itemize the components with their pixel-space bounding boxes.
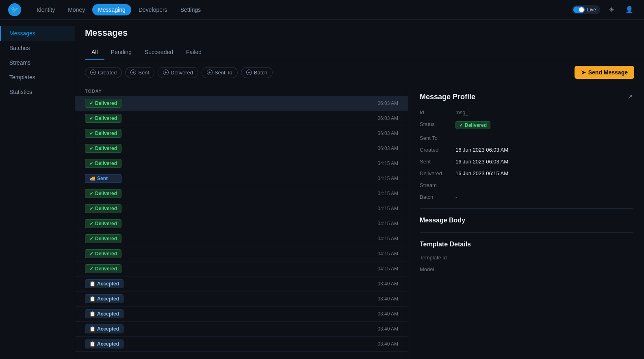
table-row[interactable]: ✓ Delivered 04:15 AM <box>75 201 408 216</box>
table-row[interactable]: ✓ Delivered 06:03 AM <box>75 111 408 126</box>
filter-sent[interactable]: + Sent <box>125 67 154 78</box>
model-label: Model <box>420 266 452 272</box>
sidebar-item-templates[interactable]: Templates <box>0 70 75 85</box>
check-icon: ✓ <box>89 206 93 211</box>
sidebar-item-batches[interactable]: Batches <box>0 41 75 55</box>
table-row[interactable]: ✓ Delivered 04:15 AM <box>75 246 408 261</box>
status-badge: ✓ Delivered <box>85 144 121 153</box>
divider-1 <box>420 208 633 209</box>
sidebar-item-statistics[interactable]: Statistics <box>0 85 75 99</box>
table-row[interactable]: 📋 Accepted 03:40 AM <box>75 307 408 322</box>
sidebar-item-messages[interactable]: Messages <box>0 26 75 41</box>
nav-messaging[interactable]: Messaging <box>92 4 131 15</box>
copy-icon: 📋 <box>89 281 95 287</box>
message-time: 03:40 AM <box>366 296 398 302</box>
profile-title: Message Profile <box>420 93 475 101</box>
status-value: Delivered <box>465 122 487 128</box>
status-label: Status <box>420 121 452 127</box>
table-row[interactable]: ✓ Delivered 04:15 AM <box>75 261 408 276</box>
truck-icon: 🚚 <box>89 176 95 181</box>
theme-toggle-icon[interactable]: ☀ <box>605 3 618 16</box>
delivered-value: 16 Jun 2023 06:15 AM <box>455 170 508 176</box>
plus-icon: + <box>163 70 169 75</box>
filter-batch[interactable]: + Batch <box>241 67 273 78</box>
status-badge: ✓ Delivered <box>85 99 121 108</box>
table-row[interactable]: 📋 Accepted 03:40 AM <box>75 276 408 292</box>
check-icon: ✓ <box>89 221 93 226</box>
status-badge: ✓ Delivered <box>85 189 121 198</box>
plus-icon: + <box>90 70 96 75</box>
content-body: TODAY ✓ Delivered 06:03 AM ✓ Delivered 0… <box>75 85 644 359</box>
table-row[interactable]: ✓ Delivered 06:03 AM <box>75 141 408 156</box>
message-body-title: Message Body <box>420 217 633 224</box>
user-avatar-icon[interactable]: 👤 <box>623 3 636 16</box>
id-label: Id <box>420 109 452 115</box>
tab-failed[interactable]: Failed <box>180 45 208 60</box>
table-row[interactable]: 📋 Accepted 03:40 AM <box>75 337 408 352</box>
table-row[interactable]: ✓ Delivered 04:15 AM <box>75 156 408 171</box>
filter-sent-to-label: Sent To <box>215 70 232 76</box>
nav-identity[interactable]: Identity <box>31 4 61 15</box>
nav-settings[interactable]: Settings <box>175 4 207 15</box>
nav-money[interactable]: Money <box>62 4 91 15</box>
sent-label: Sent <box>420 159 452 165</box>
check-icon: ✓ <box>89 146 93 151</box>
table-row[interactable]: ✓ Delivered 04:15 AM <box>75 231 408 246</box>
message-time: 03:40 AM <box>366 281 398 287</box>
created-value: 16 Jun 2023 06:03 AM <box>455 147 508 153</box>
status-badge: ✓ Delivered <box>85 204 121 213</box>
table-row[interactable]: ✓ Delivered 04:15 AM <box>75 216 408 231</box>
message-time: 03:40 AM <box>366 326 398 332</box>
table-row[interactable]: ✓ Delivered 06:03 AM <box>75 96 408 111</box>
send-message-button[interactable]: ➤ Send Message <box>575 66 634 79</box>
tab-succeeded[interactable]: Succeeded <box>138 45 180 60</box>
nav-developers[interactable]: Developers <box>133 4 173 15</box>
tab-all[interactable]: All <box>85 45 104 60</box>
detail-sent-row: Sent 16 Jun 2023 06:03 AM <box>420 159 633 165</box>
message-list[interactable]: TODAY ✓ Delivered 06:03 AM ✓ Delivered 0… <box>75 85 408 359</box>
plus-icon: + <box>207 70 212 75</box>
detail-batch-row: Batch - <box>420 194 633 200</box>
message-time: 04:15 AM <box>366 251 398 257</box>
message-time: 04:15 AM <box>366 266 398 272</box>
table-row[interactable]: 📋 Accepted 03:40 AM <box>75 292 408 307</box>
external-link-icon[interactable]: ↗ <box>627 93 633 100</box>
profile-header: Message Profile ↗ <box>420 93 633 101</box>
nav-left: 🐦 Identity Money Messaging Developers Se… <box>8 3 206 16</box>
detail-status-row: Status ✓ Delivered <box>420 121 633 129</box>
live-toggle[interactable]: Live <box>572 5 600 14</box>
send-label: Send Message <box>588 69 628 76</box>
status-badge: 🚚 Sent <box>85 174 121 183</box>
copy-icon: 📋 <box>89 341 95 347</box>
tab-pending[interactable]: Pending <box>104 45 138 60</box>
filter-delivered[interactable]: + Delivered <box>158 67 198 78</box>
page-title: Messages <box>85 28 634 38</box>
table-row[interactable]: 🚚 Sent 04:15 AM <box>75 171 408 186</box>
plus-icon: + <box>246 70 252 75</box>
date-label: TODAY <box>75 85 408 96</box>
message-time: 06:03 AM <box>366 115 398 121</box>
status-badge-detail: ✓ Delivered <box>455 121 490 129</box>
message-time: 04:15 AM <box>366 206 398 211</box>
table-row[interactable]: 📋 Accepted 03:40 AM <box>75 322 408 337</box>
page-header: Messages <box>75 20 644 45</box>
filter-sent-label: Sent <box>138 70 149 76</box>
detail-delivered-row: Delivered 16 Jun 2023 06:15 AM <box>420 170 633 176</box>
filter-created[interactable]: + Created <box>85 67 122 78</box>
message-time: 04:15 AM <box>366 176 398 181</box>
filter-sent-to[interactable]: + Sent To <box>202 67 238 78</box>
table-row[interactable]: ✓ Delivered 04:15 AM <box>75 186 408 201</box>
main-layout: Messages Batches Streams Templates Stati… <box>0 20 644 359</box>
sidebar-item-streams[interactable]: Streams <box>0 55 75 70</box>
status-badge: 📋 Accepted <box>85 339 124 348</box>
status-badge: ✓ Delivered <box>85 264 121 273</box>
message-time: 06:03 AM <box>366 146 398 151</box>
check-icon: ✓ <box>89 161 93 166</box>
plus-icon: + <box>130 70 136 75</box>
live-label: Live <box>587 7 596 13</box>
toggle-knob <box>573 7 585 13</box>
message-time: 03:40 AM <box>366 341 398 347</box>
check-icon: ✓ <box>89 266 93 272</box>
table-row[interactable]: ✓ Delivered 06:03 AM <box>75 126 408 141</box>
filter-created-label: Created <box>98 70 117 76</box>
